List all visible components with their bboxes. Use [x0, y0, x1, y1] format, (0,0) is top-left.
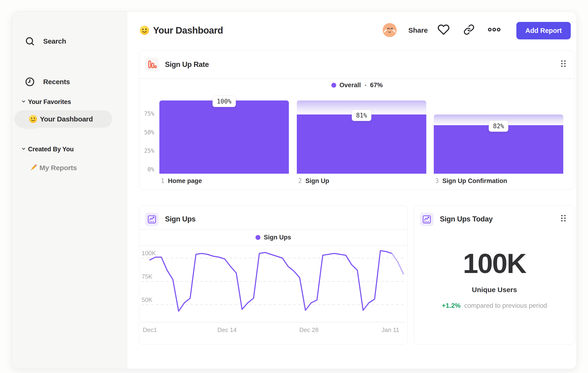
chevron-down-icon[interactable] — [21, 99, 26, 105]
funnel-step-label: Home page — [168, 177, 202, 185]
avatar[interactable] — [382, 23, 397, 37]
link-icon — [463, 24, 475, 36]
drag-handle-icon[interactable] — [561, 215, 567, 223]
copy-link-button[interactable] — [462, 23, 476, 38]
line-x-tick: Dec 14 — [218, 326, 237, 333]
funnel-category: 1Home page — [161, 177, 202, 185]
sidebar-item-recents[interactable]: Recents — [12, 43, 127, 59]
funnel-y-tick: 0% — [139, 166, 154, 173]
smiley-emoji — [29, 115, 37, 124]
funnel-step-number: 2 — [298, 177, 302, 184]
section-title-created-by-you: Created By You — [28, 146, 74, 153]
page-title: Your Dashboard — [153, 25, 223, 36]
sidebar-item-new-dashboard[interactable]: New Dashboard — [12, 63, 127, 79]
heart-icon — [438, 24, 450, 37]
sidebar-item-your-dashboard[interactable]: Your Dashboard — [14, 110, 112, 128]
line-x-tick: Jan 11 — [381, 326, 399, 333]
funnel-chart: 75%50%25%0%100%1Home page81%2Sign Up82%3… — [139, 50, 575, 189]
line-y-tick: 50K — [142, 296, 152, 303]
share-button[interactable]: Share — [408, 26, 428, 34]
signups-card: Sign Ups Sign Ups 100K75K50KDec1Dec 14De… — [139, 205, 408, 344]
app-window: Search Recents New Dashboard — [12, 11, 577, 369]
sidebar: Search Recents New Dashboard — [12, 12, 127, 369]
favorite-heart-button[interactable] — [436, 23, 451, 38]
sidebar-item-label: My Reports — [39, 164, 77, 172]
funnel-value-badge: 100% — [212, 96, 236, 107]
chevron-down-icon[interactable] — [21, 146, 26, 152]
funnel-value-badge: 82% — [489, 121, 508, 132]
funnel-bar[interactable] — [297, 114, 426, 174]
funnel-step-label: Sign Up Confirmation — [442, 177, 507, 185]
line-x-tick: Dec 28 — [299, 326, 318, 333]
funnel-bar[interactable] — [159, 101, 289, 174]
page-title-row: Your Dashboard — [139, 23, 223, 38]
funnel-y-tick: 25% — [139, 148, 154, 154]
sidebar-item-search[interactable]: Search — [12, 22, 127, 39]
card-title: Sign Ups Today — [440, 215, 493, 223]
more-options-button[interactable] — [487, 23, 502, 38]
signup-rate-card: Sign Up Rate Overall • 67% 75%50%25%0%10… — [139, 50, 575, 190]
signups-today-card: Sign Ups Today 100K Unique Users +1.2% c… — [414, 205, 575, 344]
dashboard-app: Search Recents New Dashboard — [0, 0, 588, 373]
funnel-step-label: Sign Up — [305, 177, 329, 185]
funnel-category: 2Sign Up — [298, 177, 329, 185]
funnel-step-number: 3 — [435, 177, 439, 184]
funnel-y-tick: 75% — [139, 111, 154, 117]
signups-line-chart[interactable]: 100K75K50KDec1Dec 14Dec 28Jan 11 — [139, 206, 407, 344]
section-title-your-favorites: Your Favorites — [28, 98, 71, 106]
add-report-button[interactable]: Add Report — [516, 22, 571, 40]
metric-delta-row: +1.2% compared to previous period — [414, 302, 575, 309]
ellipsis-icon — [487, 23, 501, 37]
funnel-bar[interactable] — [434, 125, 563, 174]
metric-value: 100K — [414, 248, 575, 279]
sidebar-item-label: Recents — [43, 78, 70, 86]
sidebar-item-label: Your Dashboard — [40, 115, 93, 123]
delta-value: +1.2% — [442, 302, 461, 309]
funnel-value-badge: 81% — [352, 110, 371, 121]
line-y-tick: 75K — [142, 273, 152, 280]
sidebar-item-my-reports[interactable]: My Reports — [12, 159, 127, 176]
funnel-category: 3Sign Up Confirmation — [435, 177, 507, 185]
line-x-tick: Dec1 — [143, 326, 157, 333]
funnel-step-number: 1 — [161, 177, 165, 184]
line-chart-icon — [420, 213, 433, 226]
metric-label: Unique Users — [414, 286, 575, 294]
smiley-emoji — [139, 25, 149, 35]
funnel-y-tick: 50% — [139, 129, 154, 136]
pencil-emoji — [29, 163, 38, 173]
line-y-tick: 100K — [142, 250, 156, 257]
